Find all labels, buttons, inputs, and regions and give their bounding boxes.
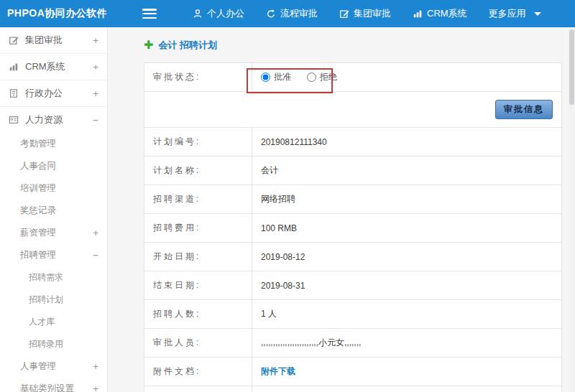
scrollbar-thumb[interactable] bbox=[569, 29, 574, 105]
field-value: 20190812111340 bbox=[252, 128, 562, 157]
sidebar-item-label: 人事合同 bbox=[20, 160, 56, 172]
field-label: 招聘说明: bbox=[144, 386, 252, 392]
table-row: 审批人员: ,,,,,,,,,,,,,,,,,,,,,,,,小元女,,,,,,, bbox=[144, 329, 562, 358]
sidebar-item-label: 人才库 bbox=[29, 316, 55, 328]
bar-chart-icon bbox=[413, 9, 423, 19]
sidebar-item-label: 行政办公 bbox=[25, 87, 63, 100]
sidebar-item-salary[interactable]: 薪资管理+ bbox=[0, 222, 107, 244]
detail-form: 审批状态: 批准 拒绝 审批信息 bbox=[144, 62, 562, 392]
sidebar-item-attendance[interactable]: 考勤管理 bbox=[0, 133, 107, 155]
sidebar-item-label: 招聘录用 bbox=[29, 338, 63, 350]
attachment-download-link[interactable]: 附件下载 bbox=[252, 358, 562, 386]
chevron-down-icon bbox=[534, 12, 541, 16]
sidebar-item-label: 招聘管理 bbox=[20, 249, 56, 261]
nav-group-approval[interactable]: 集团审批 bbox=[339, 7, 391, 20]
sidebar-item-recruit-demand[interactable]: 招聘需求 bbox=[0, 266, 107, 289]
radio-reject[interactable]: 拒绝 bbox=[307, 71, 337, 83]
sidebar-item-recruit-plan[interactable]: 招聘计划 bbox=[0, 289, 107, 311]
expand-toggle[interactable]: + bbox=[93, 228, 98, 238]
field-label: 招聘费用: bbox=[144, 214, 252, 243]
bar-chart-icon bbox=[9, 62, 22, 72]
nav-more-apps[interactable]: 更多应用 bbox=[489, 7, 541, 20]
nav-personal-office[interactable]: 个人办公 bbox=[193, 7, 244, 20]
radio-approve[interactable]: 批准 bbox=[261, 71, 291, 83]
person-icon bbox=[193, 9, 203, 19]
sidebar-item-personnel-mgmt[interactable]: 人事管理+ bbox=[0, 355, 107, 378]
sidebar-item-label: 招聘计划 bbox=[29, 294, 63, 306]
hamburger-menu-icon[interactable] bbox=[142, 9, 157, 19]
radio-label: 拒绝 bbox=[320, 71, 337, 83]
sidebar-item-label: 奖惩记录 bbox=[20, 205, 56, 217]
nav-crm-system[interactable]: CRM系统 bbox=[413, 7, 467, 20]
field-value: 会计 bbox=[252, 157, 562, 185]
expand-toggle[interactable]: + bbox=[93, 35, 98, 46]
approval-radio-group: 批准 拒绝 bbox=[261, 71, 553, 83]
table-row: 招聘费用: 100 RMB bbox=[144, 214, 562, 243]
sidebar-item-crm[interactable]: CRM系统 + bbox=[0, 54, 107, 80]
table-row: 附件文档: 附件下载 bbox=[144, 358, 562, 386]
edit-square-icon bbox=[339, 9, 349, 19]
field-label: 招聘人数: bbox=[144, 300, 252, 329]
field-label: 审批状态: bbox=[144, 63, 252, 92]
sidebar-item-hr-contract[interactable]: 人事合同 bbox=[0, 155, 107, 177]
sidebar-item-base-category[interactable]: 基础类别设置+ bbox=[0, 378, 107, 392]
main-content: ✚ 会计 招聘计划 审批状态: 批准 拒绝 bbox=[108, 27, 575, 392]
radio-reject-input[interactable] bbox=[307, 73, 316, 82]
sidebar-item-talent-pool[interactable]: 人才库 bbox=[0, 311, 107, 333]
field-label: 审批人员: bbox=[144, 329, 252, 358]
field-value: 2019-08-12 bbox=[252, 243, 562, 271]
sidebar: 集团审批 + CRM系统 + 行政办公 + 人力资源 − 考勤管 bbox=[0, 27, 108, 392]
page-title-text: 会计 招聘计划 bbox=[158, 39, 217, 52]
sidebar-item-rewards[interactable]: 奖惩记录 bbox=[0, 200, 107, 222]
collapse-toggle[interactable]: − bbox=[93, 115, 98, 126]
sidebar-item-label: 人力资源 bbox=[25, 113, 63, 126]
radio-approve-input[interactable] bbox=[261, 73, 270, 82]
table-row: 结束日期: 2019-08-31 bbox=[144, 271, 562, 300]
field-value: 100 RMB bbox=[252, 214, 562, 243]
expand-toggle[interactable]: + bbox=[93, 88, 98, 99]
page-scrollbar[interactable] bbox=[569, 27, 575, 392]
field-label: 计划编号: bbox=[144, 128, 252, 157]
nav-label: 集团审批 bbox=[354, 7, 391, 20]
page-title: ✚ 会计 招聘计划 bbox=[144, 39, 562, 52]
workflow-icon bbox=[266, 9, 276, 19]
sidebar-item-training[interactable]: 培训管理 bbox=[0, 177, 107, 200]
expand-toggle[interactable]: + bbox=[93, 62, 98, 73]
table-row: 计划编号: 20190812111340 bbox=[144, 128, 562, 157]
sidebar-item-hr[interactable]: 人力资源 − bbox=[0, 107, 107, 133]
nav-workflow-approval[interactable]: 流程审批 bbox=[266, 7, 318, 20]
field-value: 2019-08-31 bbox=[252, 271, 562, 300]
field-label: 计划名称: bbox=[144, 157, 252, 185]
sidebar-item-label: 招聘需求 bbox=[29, 271, 63, 284]
sidebar-item-label: 薪资管理 bbox=[20, 227, 56, 239]
nav-label: 个人办公 bbox=[207, 7, 244, 20]
sidebar-item-recruit-hire[interactable]: 招聘录用 bbox=[0, 333, 107, 355]
expand-toggle[interactable]: + bbox=[93, 361, 98, 372]
collapse-toggle[interactable]: − bbox=[93, 250, 98, 261]
sidebar-item-label: 基础类别设置 bbox=[20, 383, 74, 392]
sidebar-item-label: 培训管理 bbox=[20, 182, 56, 195]
sidebar-item-group-approval[interactable]: 集团审批 + bbox=[0, 27, 107, 53]
table-row: 招聘人数: 1 人 bbox=[144, 300, 562, 329]
sidebar-item-admin-office[interactable]: 行政办公 + bbox=[0, 80, 107, 106]
sidebar-item-label: 人事管理 bbox=[20, 360, 56, 373]
nav-label: 流程审批 bbox=[280, 7, 318, 20]
sidebar-item-recruit-mgmt[interactable]: 招聘管理− bbox=[0, 244, 107, 266]
id-card-icon bbox=[9, 115, 22, 125]
radio-label: 批准 bbox=[274, 71, 291, 83]
approval-button-row: 审批信息 bbox=[144, 92, 562, 128]
sidebar-item-label: 集团审批 bbox=[25, 34, 63, 47]
top-bar: PHPOA协同办公软件 个人办公 流程审批 集团审批 CRM系统 bbox=[0, 0, 575, 27]
field-label: 附件文档: bbox=[144, 358, 252, 386]
approval-status-row: 审批状态: 批准 拒绝 bbox=[144, 63, 562, 92]
field-value: 1 2 bbox=[252, 386, 562, 392]
sidebar-item-label: CRM系统 bbox=[25, 60, 65, 73]
expand-toggle[interactable]: + bbox=[93, 383, 98, 392]
field-label: 招聘渠道: bbox=[144, 185, 252, 214]
nav-label: 更多应用 bbox=[489, 7, 526, 20]
field-label: 结束日期: bbox=[144, 271, 252, 300]
table-row: 开始日期: 2019-08-12 bbox=[144, 243, 562, 271]
edit-square-icon bbox=[9, 35, 22, 45]
field-label: 开始日期: bbox=[144, 243, 252, 271]
approval-info-button[interactable]: 审批信息 bbox=[495, 100, 553, 119]
